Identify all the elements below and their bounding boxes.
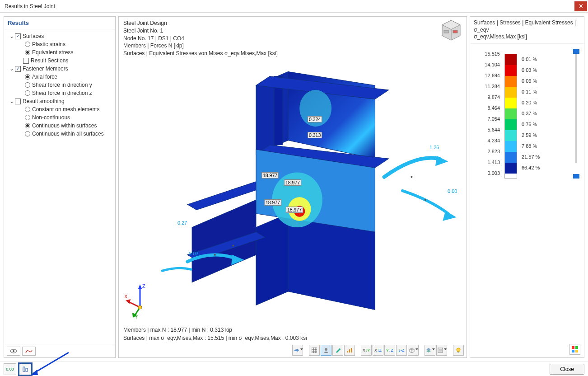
tree-item-10[interactable]: Non-continuous — [9, 113, 113, 122]
checkbox[interactable] — [15, 66, 21, 72]
view-iso-button[interactable] — [408, 345, 419, 356]
tree-label: Shear force in direction y — [32, 82, 92, 88]
tool-user-button[interactable] — [321, 345, 331, 356]
radio[interactable] — [25, 131, 30, 136]
legend-percent: 0.01 % — [522, 54, 580, 65]
svg-marker-52 — [426, 350, 431, 352]
svg-marker-22 — [435, 156, 448, 166]
viewport-panel[interactable]: Steel Joint DesignSteel Joint No. 1Node … — [118, 16, 467, 358]
legend-percent: 66.42 % — [522, 162, 580, 173]
svg-text:Z: Z — [142, 283, 145, 289]
bottom-line-1: Surfaces | max σ_eqv,Mises,Max : 15.515 … — [123, 334, 307, 342]
legend-value: 2.823 — [476, 146, 500, 157]
legend-swatch — [505, 152, 517, 163]
checkbox[interactable] — [15, 33, 21, 39]
legend-percent: 0.03 % — [522, 65, 580, 75]
legend-slider-top[interactable] — [573, 49, 579, 54]
legend-palette-button[interactable] — [569, 344, 580, 355]
results-values-tab[interactable]: 0.00 — [4, 363, 16, 375]
radio[interactable] — [25, 82, 30, 88]
window-title: Results in Steel Joint — [5, 3, 55, 9]
legend-percent: 21.57 % — [522, 151, 580, 162]
tree-item-11[interactable]: Continuous within surfaces — [9, 122, 113, 130]
svg-rect-39 — [312, 348, 317, 353]
result-label-1: 0.324 — [308, 116, 322, 122]
tree-label: Result smoothing — [23, 98, 65, 104]
legend-swatch — [505, 119, 517, 130]
expand-toggle[interactable]: ⌄ — [9, 33, 15, 39]
radio[interactable] — [25, 74, 30, 80]
tree-item-3[interactable]: Result Sections — [9, 56, 113, 65]
tool-graph-button[interactable] — [344, 345, 355, 356]
svg-rect-47 — [351, 348, 352, 352]
tree-label: Fastener Members — [23, 66, 68, 72]
view-xz-button[interactable]: X↓Z — [373, 345, 383, 356]
tree-label: Surfaces — [23, 33, 44, 39]
tree-label: Continuous within surfaces — [32, 122, 97, 129]
radio[interactable] — [25, 115, 30, 120]
legend-percent: 0.76 % — [522, 119, 580, 130]
legend-swatch — [505, 76, 517, 87]
result-label-6: 18.977 — [286, 207, 303, 213]
tool-wrench-button[interactable] — [332, 345, 343, 356]
bottom-line-0: Members | max N : 18.977 | min N : 0.313… — [123, 326, 307, 334]
tree-label: Equivalent stress — [32, 49, 73, 56]
legend-value: 4.234 — [476, 135, 500, 146]
tree-item-8[interactable]: ⌄Result smoothing — [9, 97, 113, 105]
tree-item-4[interactable]: ⌄Fastener Members — [9, 65, 113, 73]
tree-label: Result Sections — [31, 57, 68, 64]
force-label-2: 0.00 — [448, 188, 457, 194]
tree-item-2[interactable]: Equivalent stress — [9, 48, 113, 56]
tree-item-12[interactable]: Continuous within all surfaces — [9, 130, 113, 138]
tree-item-7[interactable]: Shear force in direction z — [9, 89, 113, 97]
tree-item-6[interactable]: Shear force in direction y — [9, 81, 113, 89]
view-toggle-eye[interactable] — [7, 347, 20, 356]
expand-toggle[interactable]: ⌄ — [9, 98, 15, 104]
radio[interactable] — [25, 50, 30, 55]
radio[interactable] — [25, 42, 30, 47]
view-xy-button[interactable]: X↓Y — [361, 345, 372, 356]
tool-layers-button[interactable] — [425, 345, 435, 356]
view-yz-button[interactable]: Y↓Z — [384, 345, 395, 356]
svg-rect-46 — [349, 349, 350, 352]
window-close-button[interactable]: ✕ — [574, 1, 587, 11]
tree-label: Non-continuous — [32, 114, 70, 121]
tree-item-1[interactable]: Plastic strains — [9, 40, 113, 48]
radio[interactable] — [25, 107, 30, 112]
tool-render-button[interactable] — [436, 345, 447, 356]
legend-swatch — [505, 163, 517, 174]
legend-value: 11.284 — [476, 81, 500, 92]
radio[interactable] — [25, 90, 30, 96]
legend-percent: 2.59 % — [522, 130, 580, 141]
tree-label: Constant on mesh elements — [32, 106, 99, 113]
svg-rect-61 — [23, 367, 25, 371]
result-label-3: 18.977 — [261, 172, 279, 179]
tree-item-0[interactable]: ⌄Surfaces — [9, 32, 113, 40]
tree-item-9[interactable]: Constant on mesh elements — [9, 105, 113, 113]
tool-grid-button[interactable] — [309, 345, 320, 356]
legend-panel: Surfaces | Stresses | Equivalent Stresse… — [470, 16, 584, 358]
close-button[interactable]: Close — [550, 364, 584, 375]
cube-icon — [409, 348, 415, 353]
legend-slider-bottom[interactable] — [573, 174, 579, 179]
radio[interactable] — [25, 123, 30, 128]
results-model-tab[interactable] — [18, 362, 33, 376]
render-icon — [438, 348, 443, 353]
legend-value: 5.644 — [476, 124, 500, 135]
checkbox[interactable] — [23, 58, 29, 64]
tool-fly-button[interactable] — [292, 345, 303, 356]
legend-slider-track[interactable] — [575, 52, 577, 163]
tree-item-5[interactable]: Axial force — [9, 73, 113, 81]
svg-point-55 — [457, 348, 460, 352]
wrench-icon — [335, 348, 341, 353]
svg-point-1 — [13, 350, 14, 352]
expand-toggle[interactable]: ⌄ — [9, 66, 15, 72]
view-minus-z-button[interactable]: ↓-Z — [396, 345, 407, 356]
tool-bulb-button[interactable] — [453, 345, 464, 356]
svg-rect-57 — [572, 346, 574, 349]
view-toggle-deform[interactable] — [22, 347, 36, 356]
legend-percent: 0.11 % — [522, 86, 580, 97]
legend-swatch — [505, 65, 517, 76]
bulb-icon — [456, 348, 461, 353]
checkbox[interactable] — [15, 99, 21, 104]
